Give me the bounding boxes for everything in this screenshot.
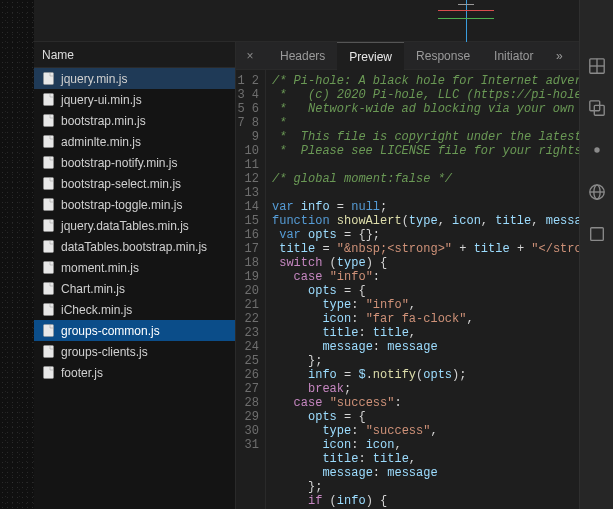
line-number-gutter: 1 2 3 4 5 6 7 8 9 10 11 12 13 14 15 16 1… <box>236 70 266 509</box>
file-item[interactable]: moment.min.js <box>34 257 235 278</box>
tab-headers[interactable]: Headers <box>268 42 337 70</box>
tab-preview[interactable]: Preview <box>337 42 404 70</box>
file-item[interactable]: bootstrap-select.min.js <box>34 173 235 194</box>
file-item[interactable]: dataTables.bootstrap.min.js <box>34 236 235 257</box>
file-item[interactable]: adminlte.min.js <box>34 131 235 152</box>
file-icon <box>42 366 55 379</box>
tab-bar: × HeadersPreviewResponseInitiator » <box>236 42 613 70</box>
file-item[interactable]: jquery.min.js <box>34 68 235 89</box>
grid-icon[interactable] <box>587 56 607 76</box>
svg-rect-12 <box>44 325 54 337</box>
devtools-stage: Name jquery.min.jsjquery-ui.min.jsbootst… <box>34 0 613 509</box>
file-icon <box>42 282 55 295</box>
svg-rect-1 <box>44 94 54 106</box>
file-item-label: jquery.min.js <box>61 72 127 86</box>
svg-rect-6 <box>44 199 54 211</box>
file-icon <box>42 303 55 316</box>
file-icon <box>42 261 55 274</box>
right-tool-rail <box>579 0 613 509</box>
file-item[interactable]: jquery-ui.min.js <box>34 89 235 110</box>
file-icon <box>42 198 55 211</box>
file-icon <box>42 156 55 169</box>
file-item-label: moment.min.js <box>61 261 139 275</box>
tab-initiator[interactable]: Initiator <box>482 42 545 70</box>
file-item[interactable]: groups-clients.js <box>34 341 235 362</box>
file-item-label: bootstrap.min.js <box>61 114 146 128</box>
file-item-label: dataTables.bootstrap.min.js <box>61 240 207 254</box>
close-icon[interactable]: × <box>240 46 260 66</box>
svg-rect-10 <box>44 283 54 295</box>
svg-rect-0 <box>44 73 54 85</box>
file-item-label: footer.js <box>61 366 103 380</box>
svg-rect-5 <box>44 178 54 190</box>
overlap-icon[interactable] <box>587 98 607 118</box>
file-item[interactable]: footer.js <box>34 362 235 383</box>
file-item-label: adminlte.min.js <box>61 135 141 149</box>
file-item-label: jquery-ui.min.js <box>61 93 142 107</box>
svg-rect-2 <box>44 115 54 127</box>
timeline-strip <box>34 0 613 42</box>
source-code-view[interactable]: /* Pi-hole: A black hole for Internet ad… <box>266 70 613 509</box>
svg-rect-8 <box>44 241 54 253</box>
file-icon <box>42 240 55 253</box>
file-icon <box>42 345 55 358</box>
file-list-header[interactable]: Name <box>34 42 235 68</box>
file-icon <box>42 114 55 127</box>
file-icon <box>42 177 55 190</box>
file-item-label: bootstrap-toggle.min.js <box>61 198 182 212</box>
svg-rect-9 <box>44 262 54 274</box>
svg-rect-4 <box>44 157 54 169</box>
svg-rect-3 <box>44 136 54 148</box>
left-decorative-gutter <box>0 0 34 509</box>
file-item[interactable]: bootstrap.min.js <box>34 110 235 131</box>
file-item[interactable]: Chart.min.js <box>34 278 235 299</box>
file-item-label: iCheck.min.js <box>61 303 132 317</box>
file-item[interactable]: iCheck.min.js <box>34 299 235 320</box>
tab-response[interactable]: Response <box>404 42 482 70</box>
body-row: Name jquery.min.jsjquery-ui.min.jsbootst… <box>34 42 613 509</box>
file-item[interactable]: bootstrap-toggle.min.js <box>34 194 235 215</box>
file-item-label: Chart.min.js <box>61 282 125 296</box>
file-item-label: bootstrap-select.min.js <box>61 177 181 191</box>
file-list: jquery.min.jsjquery-ui.min.jsbootstrap.m… <box>34 68 235 509</box>
source-panel: × HeadersPreviewResponseInitiator » 1 2 … <box>236 42 613 509</box>
svg-rect-24 <box>590 228 603 241</box>
file-item-label: jquery.dataTables.min.js <box>61 219 189 233</box>
svg-point-20 <box>594 147 599 152</box>
svg-rect-11 <box>44 304 54 316</box>
file-list-panel: Name jquery.min.jsjquery-ui.min.jsbootst… <box>34 42 236 509</box>
file-icon <box>42 324 55 337</box>
box-icon[interactable] <box>587 224 607 244</box>
dot-icon[interactable] <box>587 140 607 160</box>
file-icon <box>42 72 55 85</box>
file-icon <box>42 219 55 232</box>
timeline-marker <box>428 0 508 42</box>
svg-rect-13 <box>44 346 54 358</box>
file-item-label: groups-common.js <box>61 324 160 338</box>
file-icon <box>42 135 55 148</box>
file-item[interactable]: jquery.dataTables.min.js <box>34 215 235 236</box>
svg-rect-14 <box>44 367 54 379</box>
file-item-label: bootstrap-notify.min.js <box>61 156 178 170</box>
globe-icon[interactable] <box>587 182 607 202</box>
file-item-label: groups-clients.js <box>61 345 148 359</box>
file-item[interactable]: groups-common.js <box>34 320 235 341</box>
code-area: 1 2 3 4 5 6 7 8 9 10 11 12 13 14 15 16 1… <box>236 70 613 509</box>
tab-overflow-button[interactable]: » <box>547 49 571 63</box>
file-icon <box>42 93 55 106</box>
file-item[interactable]: bootstrap-notify.min.js <box>34 152 235 173</box>
svg-rect-7 <box>44 220 54 232</box>
